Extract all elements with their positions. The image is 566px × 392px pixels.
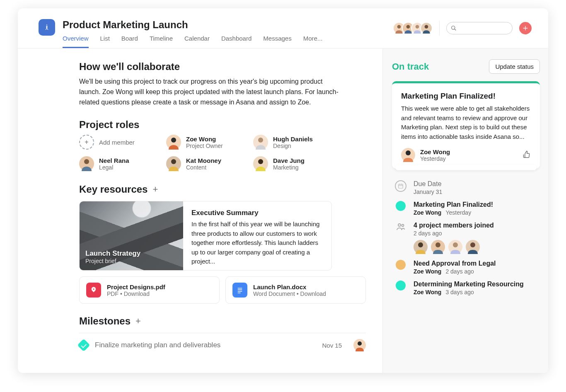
member-avatars[interactable] [393,22,433,34]
member-role: Design [273,143,313,149]
svg-point-10 [258,138,263,143]
svg-point-25 [402,225,404,227]
status-label: On track [392,61,429,72]
header-main: Product Marketing Launch Overview List B… [63,19,385,48]
milestone-item[interactable]: Finalize marketing plan and deliverables… [79,333,366,351]
tab-list[interactable]: List [100,35,110,48]
add-resource-button[interactable]: + [152,184,158,195]
search-input[interactable] [446,22,513,34]
body: How we'll collaborate We'll be using thi… [18,48,548,373]
timeline-time: 3 days ago [445,289,474,295]
timeline-title: 4 project members joined [414,222,540,229]
doc-icon [232,283,247,298]
add-milestone-button[interactable]: + [135,316,141,327]
role-member[interactable]: Kat MooneyContent [166,156,249,171]
svg-point-11 [84,159,89,164]
update-author: Zoe Wong Yesterday [401,148,450,162]
app-frame: Product Marketing Launch Overview List B… [18,8,548,373]
member-name: Hugh Daniels [273,136,313,143]
tab-more[interactable]: More... [303,35,323,48]
timeline-time: 2 days ago [445,268,474,275]
svg-point-0 [46,25,47,26]
activity-timeline: Due Date January 31 Marketing Plan Final… [392,180,540,295]
tabs: Overview List Board Timeline Calendar Da… [63,35,385,48]
divider [439,21,440,36]
file-card[interactable]: Project Designs.pdfPDF • Download [79,276,220,304]
calendar-icon [395,180,406,192]
avatar [253,156,268,171]
brief-overlay-sub: Project brief [85,258,177,264]
timeline-item[interactable]: Need Approval from Legal Zoe Wong2 days … [394,260,540,275]
status-dot-green [396,281,406,290]
status-update-card[interactable]: Marketing Plan Finalized! This week we w… [392,81,540,169]
update-status-button[interactable]: Update status [489,59,540,74]
author-time: Yesterday [420,155,450,162]
thumbs-up-icon [522,150,531,158]
svg-point-3 [416,25,419,29]
collaborate-heading: How we'll collaborate [79,61,366,73]
tab-messages[interactable]: Messages [263,35,291,48]
tab-calendar[interactable]: Calendar [184,35,210,48]
avatar [353,339,366,351]
avatar [253,135,268,150]
plus-icon [522,25,529,31]
file-name: Launch Plan.docx [253,283,326,290]
role-member[interactable]: Neel RanaLegal [79,156,162,171]
role-member[interactable]: Dave JungMarketing [253,156,336,171]
timeline-title: Marketing Plan Finalized! [414,201,540,208]
avatar [401,148,415,162]
svg-point-28 [453,242,458,247]
avatar [79,156,94,171]
svg-point-24 [398,224,401,226]
milestone-check-icon[interactable] [77,339,90,352]
svg-point-9 [171,138,176,143]
timeline-due-date: Due Date January 31 [394,180,540,195]
tab-board[interactable]: Board [121,35,138,48]
tab-timeline[interactable]: Timeline [150,35,173,48]
svg-point-29 [470,242,475,247]
search-icon [451,25,457,31]
like-button[interactable] [522,150,531,160]
role-member[interactable]: Zoe WongProject Owner [166,135,249,150]
svg-point-26 [418,242,423,247]
roles-heading: Project roles [79,119,366,131]
due-date-label: Due Date [414,180,540,188]
timeline-item[interactable]: 4 project members joined 2 days ago [394,222,540,254]
avatar [431,240,445,254]
brief-text: In the first half of this year we will b… [191,220,323,266]
status-dot-yellow [396,260,406,270]
due-date-value: January 31 [414,189,540,195]
timeline-item[interactable]: Determining Marketing Resourcing Zoe Won… [394,281,540,295]
brief-image: Launch Strategy Project brief [80,201,183,270]
avatar [166,156,181,171]
resources-heading-row: Key resources + [79,184,366,195]
member-role: Content [186,164,221,171]
role-member[interactable]: Hugh DanielsDesign [253,135,336,150]
svg-rect-20 [399,184,403,188]
author-name: Zoe Wong [420,148,450,155]
roles-grid: + Add member Zoe WongProject Owner Hugh … [79,135,366,171]
svg-point-27 [435,242,440,247]
avatar [448,240,462,254]
svg-point-5 [452,26,455,29]
project-brief-card[interactable]: Launch Strategy Project brief Executive … [79,201,332,271]
brief-body: Executive Summary In the first half of t… [183,201,331,270]
file-card[interactable]: Launch Plan.docxWord Document • Download [225,276,366,304]
project-title: Product Marketing Launch [63,19,385,31]
avatar [466,240,480,254]
timeline-time: Yesterday [445,209,471,216]
plus-icon: + [79,135,94,150]
tab-overview[interactable]: Overview [63,35,89,48]
add-member-button[interactable]: + Add member [79,135,162,150]
member-role: Marketing [273,164,305,171]
update-title: Marketing Plan Finalized! [401,92,531,101]
tab-dashboard[interactable]: Dashboard [221,35,252,48]
add-button[interactable] [519,22,532,34]
timeline-author: Zoe Wong [414,209,441,216]
avatar [414,240,428,254]
header: Product Marketing Launch Overview List B… [18,8,548,48]
milestone-date: Nov 15 [322,342,342,349]
milestones-heading: Milestones [79,315,131,327]
brief-title: Executive Summary [191,209,323,217]
timeline-item[interactable]: Marketing Plan Finalized! Zoe WongYester… [394,201,540,216]
